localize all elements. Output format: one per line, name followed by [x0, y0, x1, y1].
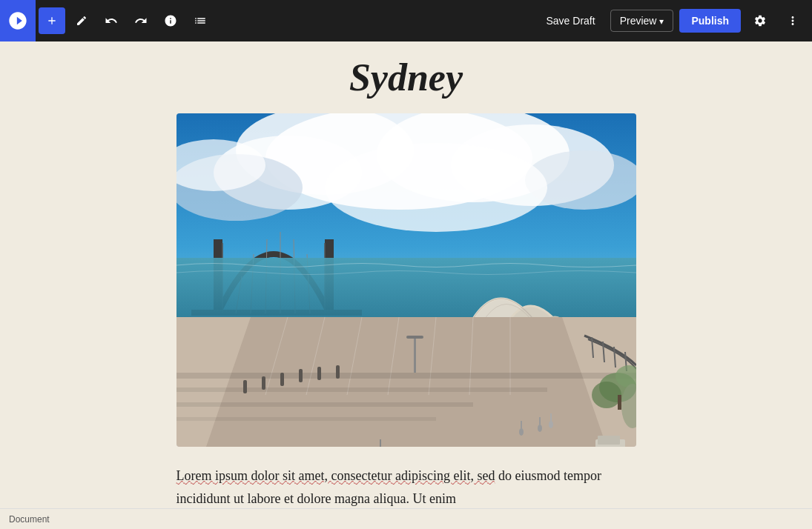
list-view-icon	[194, 14, 207, 27]
svg-rect-38	[280, 373, 284, 386]
sydney-image	[176, 113, 636, 447]
svg-point-58	[592, 382, 621, 408]
svg-rect-37	[262, 376, 265, 390]
list-view-button[interactable]	[187, 7, 214, 34]
more-options-icon	[786, 14, 799, 27]
svg-rect-34	[176, 402, 473, 407]
wp-logo[interactable]	[0, 0, 36, 41]
body-paragraph-1: Lorem ipsum dolor sit amet, consectetur …	[176, 465, 636, 510]
lorem-text: Lorem ipsum dolor sit amet, consectetur …	[176, 468, 495, 483]
svg-point-44	[538, 425, 542, 432]
svg-rect-32	[176, 373, 636, 379]
svg-point-46	[519, 428, 524, 436]
svg-rect-59	[618, 395, 621, 410]
document-label: Document	[9, 514, 50, 525]
gear-icon	[753, 14, 767, 27]
featured-image[interactable]	[176, 113, 636, 447]
undo-button[interactable]	[98, 7, 125, 34]
editor-area: Sydney	[176, 56, 636, 516]
add-block-button[interactable]	[39, 7, 65, 34]
preview-label: Preview	[620, 15, 657, 27]
editor-content: Sydney	[0, 41, 812, 516]
publish-button[interactable]: Publish	[679, 9, 741, 33]
post-body[interactable]: Lorem ipsum dolor sit amet, consectetur …	[176, 465, 636, 510]
post-title[interactable]: Sydney	[176, 56, 636, 99]
svg-rect-39	[299, 369, 303, 382]
info-icon	[164, 14, 177, 27]
pen-icon	[76, 15, 88, 27]
settings-button[interactable]	[747, 7, 773, 34]
svg-marker-24	[206, 317, 607, 447]
svg-rect-36	[243, 380, 247, 393]
svg-point-48	[549, 421, 553, 428]
svg-rect-35	[176, 417, 436, 421]
save-draft-button[interactable]: Save Draft	[538, 10, 604, 31]
info-button[interactable]	[157, 7, 184, 34]
svg-rect-62	[406, 336, 423, 339]
redo-icon	[134, 14, 148, 27]
preview-chevron-icon	[659, 15, 664, 27]
svg-rect-41	[336, 365, 340, 379]
more-options-button[interactable]	[779, 7, 806, 34]
svg-rect-51	[598, 436, 620, 445]
toolbar: Save Draft Preview Publish	[0, 0, 812, 41]
edit-tool-button[interactable]	[68, 7, 95, 34]
undo-icon	[105, 14, 118, 27]
svg-point-8	[325, 143, 547, 232]
preview-button[interactable]: Preview	[610, 10, 674, 32]
wordpress-icon	[7, 10, 28, 31]
svg-rect-33	[176, 387, 547, 392]
svg-rect-61	[414, 336, 416, 373]
redo-button[interactable]	[128, 7, 154, 34]
plus-icon	[46, 15, 58, 27]
svg-rect-40	[317, 367, 321, 380]
status-bar: Document	[0, 508, 812, 529]
toolbar-right: Save Draft Preview Publish	[538, 7, 807, 34]
